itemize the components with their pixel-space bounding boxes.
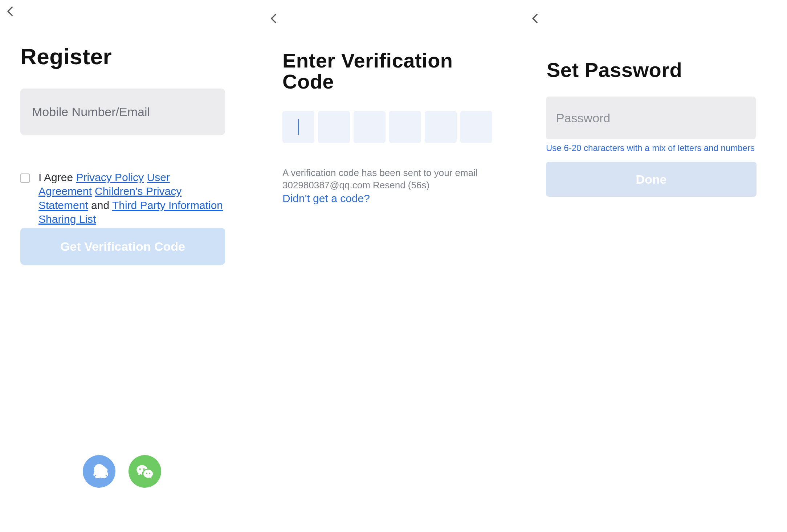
agree-checkbox[interactable]	[20, 173, 30, 183]
page-title: Set Password	[547, 58, 682, 82]
done-button[interactable]: Done	[546, 162, 757, 197]
verification-screen: Enter Verification Code A verification c…	[261, 0, 508, 532]
back-button[interactable]	[529, 12, 542, 25]
social-login-row	[83, 455, 161, 488]
sent-line-2: 302980387@qq.com Resend (56s)	[282, 180, 429, 191]
sent-line-1: A verification code has been sent to you…	[282, 167, 478, 178]
back-button[interactable]	[268, 12, 280, 25]
qq-login-button[interactable]	[83, 455, 115, 488]
password-hint: Use 6-20 characters with a mix of letter…	[546, 143, 764, 153]
chevron-left-icon	[4, 5, 17, 17]
chevron-left-icon	[268, 12, 280, 25]
set-password-screen: Set Password Use 6-20 characters with a …	[523, 0, 787, 532]
code-digit-box[interactable]	[318, 111, 350, 143]
agree-row: I Agree Privacy Policy User Agreement Ch…	[20, 171, 225, 226]
qq-icon	[90, 462, 108, 480]
chevron-left-icon	[529, 12, 542, 25]
wechat-login-button[interactable]	[129, 455, 161, 488]
wechat-icon	[136, 462, 154, 480]
didnt-get-code-link[interactable]: Didn't get a code?	[282, 192, 370, 205]
agree-text: I Agree Privacy Policy User Agreement Ch…	[38, 171, 225, 226]
code-digit-box[interactable]	[389, 111, 421, 143]
get-verification-code-button[interactable]: Get Verification Code	[20, 228, 225, 265]
privacy-policy-link[interactable]: Privacy Policy	[76, 171, 144, 183]
agree-prefix: I Agree	[38, 171, 76, 183]
agree-and: and	[88, 199, 112, 211]
page-title: Register	[20, 44, 112, 69]
code-digit-box[interactable]	[354, 111, 386, 143]
code-digit-box[interactable]	[460, 111, 492, 143]
back-button[interactable]	[4, 5, 17, 17]
register-screen: Register I Agree Privacy Policy User Agr…	[0, 0, 247, 532]
password-input[interactable]	[546, 97, 756, 139]
verification-code-input[interactable]	[282, 111, 492, 143]
code-digit-box[interactable]	[425, 111, 457, 143]
mobile-email-input[interactable]	[20, 89, 225, 135]
code-digit-box[interactable]	[282, 111, 314, 143]
page-title: Enter Verification Code	[282, 50, 508, 92]
verification-sent-text: A verification code has been sent to you…	[282, 167, 486, 192]
